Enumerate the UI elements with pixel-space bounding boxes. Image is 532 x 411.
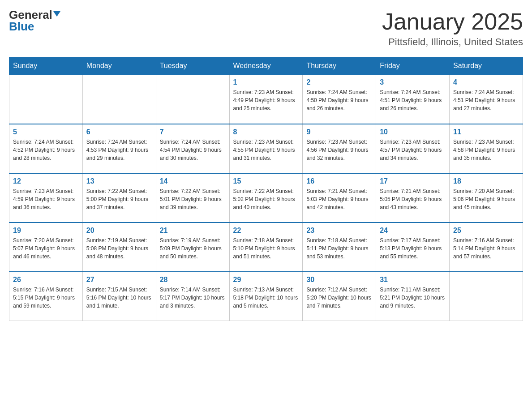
weekday-tuesday: Tuesday bbox=[156, 57, 229, 75]
cell-day-info: Sunrise: 7:23 AM Sunset: 4:59 PM Dayligh… bbox=[13, 187, 79, 211]
calendar-cell bbox=[82, 75, 156, 124]
calendar-cell: 7Sunrise: 7:24 AM Sunset: 4:54 PM Daylig… bbox=[156, 124, 229, 173]
cell-day-number: 22 bbox=[233, 227, 299, 235]
cell-day-number: 15 bbox=[233, 177, 299, 185]
cell-day-info: Sunrise: 7:20 AM Sunset: 5:06 PM Dayligh… bbox=[453, 187, 519, 211]
cell-day-number: 11 bbox=[453, 128, 519, 136]
calendar-cell: 13Sunrise: 7:22 AM Sunset: 5:00 PM Dayli… bbox=[82, 173, 156, 223]
calendar-cell: 3Sunrise: 7:24 AM Sunset: 4:51 PM Daylig… bbox=[376, 75, 450, 124]
calendar-title: January 2025 bbox=[382, 9, 523, 34]
cell-day-number: 19 bbox=[13, 227, 79, 235]
cell-day-number: 31 bbox=[380, 276, 446, 284]
cell-day-info: Sunrise: 7:24 AM Sunset: 4:50 PM Dayligh… bbox=[306, 88, 372, 112]
calendar-cell: 26Sunrise: 7:16 AM Sunset: 5:15 PM Dayli… bbox=[9, 272, 83, 321]
cell-day-info: Sunrise: 7:13 AM Sunset: 5:18 PM Dayligh… bbox=[233, 286, 299, 310]
calendar-cell: 24Sunrise: 7:17 AM Sunset: 5:13 PM Dayli… bbox=[376, 223, 450, 272]
calendar-cell: 8Sunrise: 7:23 AM Sunset: 4:55 PM Daylig… bbox=[229, 124, 303, 173]
calendar-cell: 23Sunrise: 7:18 AM Sunset: 5:11 PM Dayli… bbox=[303, 223, 376, 272]
calendar-cell: 20Sunrise: 7:19 AM Sunset: 5:08 PM Dayli… bbox=[82, 223, 156, 272]
cell-day-number: 14 bbox=[160, 177, 226, 185]
cell-day-info: Sunrise: 7:23 AM Sunset: 4:55 PM Dayligh… bbox=[233, 138, 299, 162]
weekday-friday: Friday bbox=[376, 57, 450, 75]
calendar-cell: 29Sunrise: 7:13 AM Sunset: 5:18 PM Dayli… bbox=[229, 272, 303, 321]
cell-day-number: 30 bbox=[306, 276, 372, 284]
calendar-week-row: 5Sunrise: 7:24 AM Sunset: 4:52 PM Daylig… bbox=[9, 124, 523, 173]
cell-day-number: 23 bbox=[306, 227, 372, 235]
cell-day-info: Sunrise: 7:16 AM Sunset: 5:14 PM Dayligh… bbox=[453, 236, 519, 261]
calendar-cell bbox=[450, 272, 523, 321]
cell-day-number: 6 bbox=[86, 128, 152, 136]
calendar-cell: 17Sunrise: 7:21 AM Sunset: 5:05 PM Dayli… bbox=[376, 173, 450, 223]
cell-day-info: Sunrise: 7:24 AM Sunset: 4:54 PM Dayligh… bbox=[160, 138, 226, 162]
cell-day-info: Sunrise: 7:23 AM Sunset: 4:56 PM Dayligh… bbox=[306, 138, 372, 162]
calendar-cell: 11Sunrise: 7:23 AM Sunset: 4:58 PM Dayli… bbox=[450, 124, 523, 173]
cell-day-number: 18 bbox=[453, 177, 519, 185]
calendar-week-row: 19Sunrise: 7:20 AM Sunset: 5:07 PM Dayli… bbox=[9, 223, 523, 272]
cell-day-info: Sunrise: 7:23 AM Sunset: 4:49 PM Dayligh… bbox=[233, 88, 299, 112]
calendar-week-row: 1Sunrise: 7:23 AM Sunset: 4:49 PM Daylig… bbox=[9, 75, 523, 124]
cell-day-number: 10 bbox=[380, 128, 446, 136]
calendar-header: SundayMondayTuesdayWednesdayThursdayFrid… bbox=[9, 57, 523, 75]
cell-day-number: 17 bbox=[380, 177, 446, 185]
calendar-cell bbox=[9, 75, 83, 124]
calendar-cell: 22Sunrise: 7:18 AM Sunset: 5:10 PM Dayli… bbox=[229, 223, 303, 272]
calendar-body: 1Sunrise: 7:23 AM Sunset: 4:49 PM Daylig… bbox=[9, 75, 523, 321]
cell-day-info: Sunrise: 7:23 AM Sunset: 4:57 PM Dayligh… bbox=[380, 138, 446, 162]
title-block: January 2025 Pittsfield, Illinois, Unite… bbox=[382, 9, 523, 48]
calendar-cell: 1Sunrise: 7:23 AM Sunset: 4:49 PM Daylig… bbox=[229, 75, 303, 124]
page-header: General Blue January 2025 Pittsfield, Il… bbox=[9, 9, 523, 48]
cell-day-info: Sunrise: 7:24 AM Sunset: 4:51 PM Dayligh… bbox=[453, 88, 519, 112]
calendar-cell: 31Sunrise: 7:11 AM Sunset: 5:21 PM Dayli… bbox=[376, 272, 450, 321]
weekday-row: SundayMondayTuesdayWednesdayThursdayFrid… bbox=[9, 57, 523, 75]
cell-day-info: Sunrise: 7:18 AM Sunset: 5:10 PM Dayligh… bbox=[233, 236, 299, 261]
cell-day-number: 12 bbox=[13, 177, 79, 185]
calendar-cell: 25Sunrise: 7:16 AM Sunset: 5:14 PM Dayli… bbox=[450, 223, 523, 272]
calendar-cell: 21Sunrise: 7:19 AM Sunset: 5:09 PM Dayli… bbox=[156, 223, 229, 272]
cell-day-info: Sunrise: 7:15 AM Sunset: 5:16 PM Dayligh… bbox=[86, 286, 152, 310]
cell-day-info: Sunrise: 7:24 AM Sunset: 4:53 PM Dayligh… bbox=[86, 138, 152, 162]
cell-day-info: Sunrise: 7:21 AM Sunset: 5:05 PM Dayligh… bbox=[380, 187, 446, 211]
cell-day-info: Sunrise: 7:22 AM Sunset: 5:01 PM Dayligh… bbox=[160, 187, 226, 211]
cell-day-info: Sunrise: 7:21 AM Sunset: 5:03 PM Dayligh… bbox=[306, 187, 372, 211]
calendar-cell: 6Sunrise: 7:24 AM Sunset: 4:53 PM Daylig… bbox=[82, 124, 156, 173]
cell-day-number: 27 bbox=[86, 276, 152, 284]
cell-day-number: 4 bbox=[453, 78, 519, 86]
calendar-cell: 27Sunrise: 7:15 AM Sunset: 5:16 PM Dayli… bbox=[82, 272, 156, 321]
cell-day-number: 1 bbox=[233, 78, 299, 86]
cell-day-number: 16 bbox=[306, 177, 372, 185]
cell-day-info: Sunrise: 7:19 AM Sunset: 5:08 PM Dayligh… bbox=[86, 236, 152, 261]
cell-day-info: Sunrise: 7:20 AM Sunset: 5:07 PM Dayligh… bbox=[13, 236, 79, 261]
cell-day-info: Sunrise: 7:17 AM Sunset: 5:13 PM Dayligh… bbox=[380, 236, 446, 261]
logo-general-text: General bbox=[9, 9, 52, 21]
calendar-week-row: 26Sunrise: 7:16 AM Sunset: 5:15 PM Dayli… bbox=[9, 272, 523, 321]
cell-day-number: 3 bbox=[380, 78, 446, 86]
weekday-saturday: Saturday bbox=[450, 57, 523, 75]
cell-day-number: 28 bbox=[160, 276, 226, 284]
cell-day-number: 13 bbox=[86, 177, 152, 185]
cell-day-info: Sunrise: 7:22 AM Sunset: 5:00 PM Dayligh… bbox=[86, 187, 152, 211]
calendar-cell: 19Sunrise: 7:20 AM Sunset: 5:07 PM Dayli… bbox=[9, 223, 83, 272]
calendar-cell: 18Sunrise: 7:20 AM Sunset: 5:06 PM Dayli… bbox=[450, 173, 523, 223]
weekday-sunday: Sunday bbox=[9, 57, 83, 75]
weekday-wednesday: Wednesday bbox=[229, 57, 303, 75]
cell-day-info: Sunrise: 7:19 AM Sunset: 5:09 PM Dayligh… bbox=[160, 236, 226, 261]
cell-day-info: Sunrise: 7:22 AM Sunset: 5:02 PM Dayligh… bbox=[233, 187, 299, 211]
logo-triangle-icon bbox=[53, 11, 60, 17]
cell-day-number: 9 bbox=[306, 128, 372, 136]
calendar-cell: 2Sunrise: 7:24 AM Sunset: 4:50 PM Daylig… bbox=[303, 75, 376, 124]
cell-day-number: 25 bbox=[453, 227, 519, 235]
weekday-monday: Monday bbox=[82, 57, 156, 75]
calendar-cell: 9Sunrise: 7:23 AM Sunset: 4:56 PM Daylig… bbox=[303, 124, 376, 173]
cell-day-number: 20 bbox=[86, 227, 152, 235]
cell-day-number: 5 bbox=[13, 128, 79, 136]
calendar-cell bbox=[156, 75, 229, 124]
calendar-cell: 16Sunrise: 7:21 AM Sunset: 5:03 PM Dayli… bbox=[303, 173, 376, 223]
cell-day-info: Sunrise: 7:24 AM Sunset: 4:51 PM Dayligh… bbox=[380, 88, 446, 112]
calendar-cell: 5Sunrise: 7:24 AM Sunset: 4:52 PM Daylig… bbox=[9, 124, 83, 173]
cell-day-number: 8 bbox=[233, 128, 299, 136]
logo-blue-text: Blue bbox=[9, 21, 34, 32]
cell-day-number: 26 bbox=[13, 276, 79, 284]
cell-day-info: Sunrise: 7:16 AM Sunset: 5:15 PM Dayligh… bbox=[13, 286, 79, 310]
logo: General Blue bbox=[9, 9, 60, 32]
calendar-cell: 30Sunrise: 7:12 AM Sunset: 5:20 PM Dayli… bbox=[303, 272, 376, 321]
